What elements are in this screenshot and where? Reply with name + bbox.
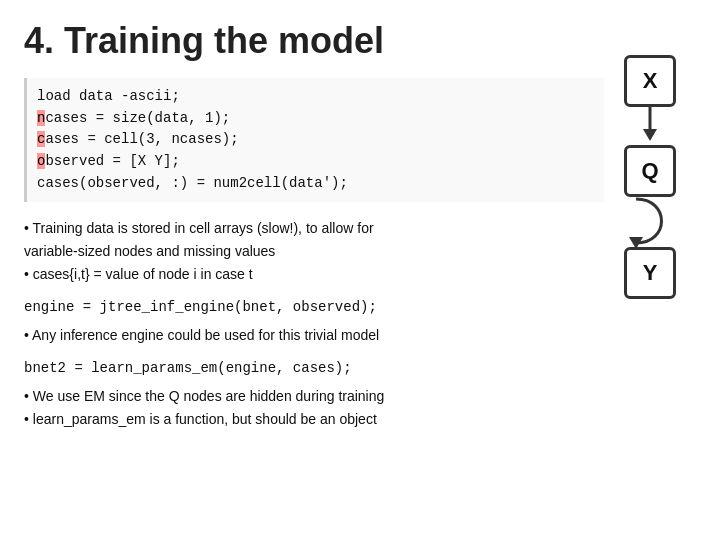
main-content: load data -ascii; ncases = size(data, 1)… <box>24 78 604 430</box>
bullet1-line1: • Training data is stored in cell arrays… <box>24 218 604 239</box>
bullet3-line2: • learn_params_em is a function, but sho… <box>24 409 604 430</box>
code-line-4: observed = [X Y]; <box>37 151 594 173</box>
bullet2: • Any inference engine could be used for… <box>24 325 604 346</box>
bullet3-line1: • We use EM since the Q nodes are hidden… <box>24 386 604 407</box>
code-block-3: bnet2 = learn_params_em(engine, cases); <box>24 360 604 376</box>
bullet-section-2: • Any inference engine could be used for… <box>24 325 604 346</box>
bullet1-line3: • cases{i,t} = value of node i in case t <box>24 264 604 285</box>
page-title: 4. Training the model <box>24 20 696 62</box>
code-line-1: load data -ascii; <box>37 86 594 108</box>
node-y: Y <box>624 247 676 299</box>
code-line-5: cases(observed, :) = num2cell(data'); <box>37 173 594 195</box>
bullet1-line2: variable-sized nodes and missing values <box>24 241 604 262</box>
code-line-2: ncases = size(data, 1); <box>37 108 594 130</box>
code-line-3: cases = cell(3, ncases); <box>37 129 594 151</box>
node-x: X <box>624 55 676 107</box>
code-block-1: load data -ascii; ncases = size(data, 1)… <box>24 78 604 202</box>
node-q: Q <box>624 145 676 197</box>
code-block-2: engine = jtree_inf_engine(bnet, observed… <box>24 299 604 315</box>
arrow-q-to-y <box>610 197 690 247</box>
diagram: X Q Y <box>610 55 690 299</box>
page: 4. Training the model X Q Y load data -a… <box>0 0 720 540</box>
bullet-section-1: • Training data is stored in cell arrays… <box>24 218 604 285</box>
bullet-section-3: • We use EM since the Q nodes are hidden… <box>24 386 604 430</box>
arrow-x-to-q <box>624 107 676 145</box>
svg-marker-1 <box>643 129 657 141</box>
